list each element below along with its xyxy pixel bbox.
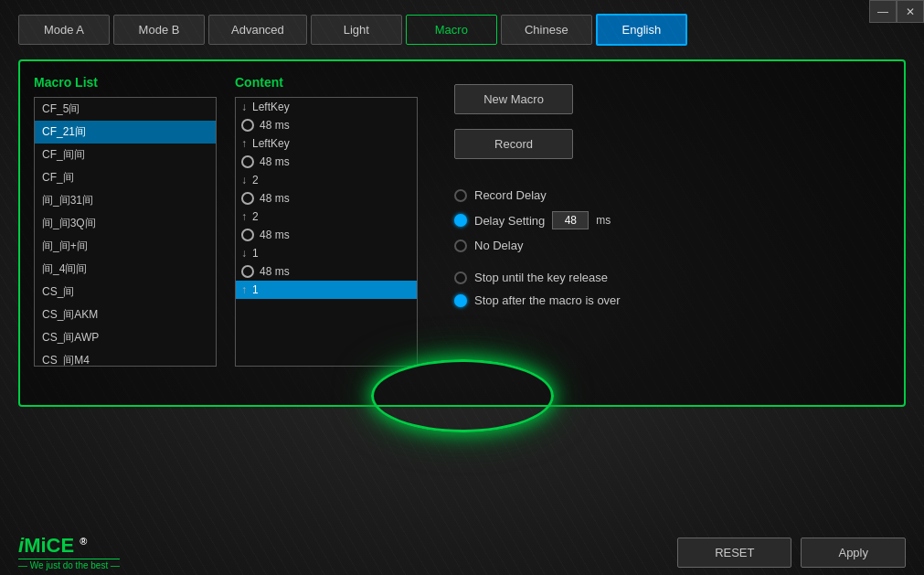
logo-mice: MiCE bbox=[24, 534, 74, 557]
arrow-up-icon: ↑ bbox=[241, 137, 247, 150]
delay-value-input[interactable] bbox=[552, 211, 589, 229]
list-item[interactable]: CS_间AKM bbox=[35, 303, 216, 326]
main-panel: Macro List CF_5间 CF_21间 CF_间间 CF_间 间_间31… bbox=[18, 59, 906, 407]
list-item[interactable]: 间_4间间 bbox=[35, 258, 216, 281]
circle-icon bbox=[241, 155, 254, 168]
right-controls: New Macro Record Record Delay Delay Sett… bbox=[436, 75, 890, 391]
content-row-text: 48 ms bbox=[260, 192, 290, 205]
list-item[interactable]: CF_间 bbox=[35, 166, 216, 189]
radio-label-stop-macro: Stop after the macro is over bbox=[474, 293, 621, 307]
reset-button[interactable]: RESET bbox=[677, 538, 791, 568]
close-button[interactable]: ✕ bbox=[897, 0, 924, 23]
circle-icon bbox=[241, 119, 254, 132]
content-row[interactable]: 48 ms bbox=[236, 189, 417, 208]
radio-circle-no-delay bbox=[454, 240, 467, 252]
circle-icon bbox=[241, 229, 254, 241]
content-row[interactable]: 48 ms bbox=[236, 153, 417, 171]
content-row-text: 2 bbox=[252, 210, 259, 223]
radio-group-delay: Record Delay Delay Setting ms No Delay bbox=[454, 188, 611, 252]
list-item[interactable]: CF_21间 bbox=[35, 121, 216, 144]
radio-record-delay[interactable]: Record Delay bbox=[454, 188, 611, 202]
radio-circle-stop-macro bbox=[454, 294, 467, 307]
arrow-up-icon: ↑ bbox=[241, 283, 247, 296]
radio-no-delay[interactable]: No Delay bbox=[454, 239, 611, 252]
record-button[interactable]: Record bbox=[454, 129, 573, 159]
list-item[interactable]: 间_间3Q间 bbox=[35, 212, 216, 235]
tab-mode-a[interactable]: Mode A bbox=[18, 15, 110, 45]
list-item[interactable]: CS_间M4 bbox=[35, 349, 216, 367]
content-row[interactable]: ↓ LeftKey bbox=[236, 98, 417, 116]
tab-light[interactable]: Light bbox=[311, 15, 402, 45]
tab-mode-b[interactable]: Mode B bbox=[113, 15, 205, 45]
macro-list-title: Macro List bbox=[34, 75, 217, 90]
tab-bar: Mode A Mode B Advanced Light Macro Chine… bbox=[0, 5, 924, 55]
tab-chinese[interactable]: Chinese bbox=[501, 15, 592, 45]
list-item[interactable]: 间_间+间 bbox=[35, 235, 216, 258]
radio-label-delay-setting: Delay Setting bbox=[474, 214, 545, 228]
apply-button[interactable]: Apply bbox=[801, 538, 906, 568]
content-section: Content ↓ LeftKey 48 ms ↑ LeftKey 48 ms … bbox=[235, 75, 418, 391]
arrow-down-icon: ↓ bbox=[241, 247, 247, 260]
content-row-text: 2 bbox=[252, 174, 259, 186]
tab-advanced[interactable]: Advanced bbox=[208, 15, 307, 45]
content-row[interactable]: 48 ms bbox=[236, 262, 417, 281]
content-row-text: 48 ms bbox=[260, 155, 290, 168]
title-bar: — ✕ bbox=[869, 0, 924, 23]
arrow-down-icon: ↓ bbox=[241, 101, 247, 113]
radio-circle-stop-release bbox=[454, 272, 467, 284]
radio-circle-delay-setting bbox=[454, 214, 467, 227]
content-row-text: 48 ms bbox=[260, 229, 290, 241]
content-row[interactable]: ↑ LeftKey bbox=[236, 134, 417, 153]
circle-icon bbox=[241, 192, 254, 205]
content-row-text: 48 ms bbox=[260, 119, 290, 132]
tab-macro[interactable]: Macro bbox=[406, 15, 497, 45]
logo-area: iMiCE ® — We just do the best — bbox=[18, 534, 120, 570]
content-title: Content bbox=[235, 75, 418, 90]
logo-text: iMiCE ® bbox=[18, 534, 120, 558]
radio-label-record-delay: Record Delay bbox=[474, 188, 547, 202]
list-item[interactable]: CF_5间 bbox=[35, 98, 216, 121]
content-row[interactable]: 48 ms bbox=[236, 116, 417, 134]
radio-delay-setting[interactable]: Delay Setting ms bbox=[454, 211, 611, 229]
tab-english[interactable]: English bbox=[596, 14, 687, 46]
macro-list-section: Macro List CF_5间 CF_21间 CF_间间 CF_间 间_间31… bbox=[34, 75, 217, 391]
arrow-down-icon: ↓ bbox=[241, 174, 247, 186]
content-row[interactable]: 48 ms bbox=[236, 226, 417, 244]
content-list[interactable]: ↓ LeftKey 48 ms ↑ LeftKey 48 ms ↓ 2 48 bbox=[235, 97, 418, 367]
bottom-bar: iMiCE ® — We just do the best — RESET Ap… bbox=[0, 529, 924, 575]
radio-circle-record-delay bbox=[454, 189, 467, 202]
radio-group-stop: Stop until the key release Stop after th… bbox=[454, 271, 621, 307]
circle-icon bbox=[241, 265, 254, 278]
content-row-text: 1 bbox=[252, 247, 259, 260]
logo-trademark: ® bbox=[80, 536, 87, 547]
radio-label-no-delay: No Delay bbox=[474, 239, 523, 252]
content-row-text: LeftKey bbox=[252, 137, 290, 150]
list-item[interactable]: CS_间AWP bbox=[35, 326, 216, 349]
minimize-button[interactable]: — bbox=[869, 0, 897, 23]
content-row-text: LeftKey bbox=[252, 101, 290, 113]
content-row-text: 1 bbox=[252, 283, 259, 296]
ms-label: ms bbox=[596, 214, 611, 227]
new-macro-button[interactable]: New Macro bbox=[454, 84, 573, 114]
logo-slogan: — We just do the best — bbox=[18, 559, 120, 570]
macro-list-container[interactable]: CF_5间 CF_21间 CF_间间 CF_间 间_间31间 间_间3Q间 间_… bbox=[34, 97, 217, 367]
arrow-up-icon: ↑ bbox=[241, 210, 247, 223]
content-row[interactable]: ↓ 2 bbox=[236, 171, 417, 189]
radio-stop-after-macro[interactable]: Stop after the macro is over bbox=[454, 293, 621, 307]
list-item[interactable]: 间_间31间 bbox=[35, 189, 216, 212]
content-row[interactable]: ↑ 1 bbox=[236, 281, 417, 299]
radio-label-stop-release: Stop until the key release bbox=[474, 271, 608, 284]
list-item[interactable]: CF_间间 bbox=[35, 144, 216, 166]
content-row[interactable]: ↑ 2 bbox=[236, 208, 417, 226]
radio-stop-until-release[interactable]: Stop until the key release bbox=[454, 271, 621, 284]
content-row[interactable]: ↓ 1 bbox=[236, 244, 417, 262]
content-row-text: 48 ms bbox=[260, 265, 290, 278]
list-item[interactable]: CS_间 bbox=[35, 281, 216, 303]
bottom-buttons: RESET Apply bbox=[677, 538, 906, 568]
